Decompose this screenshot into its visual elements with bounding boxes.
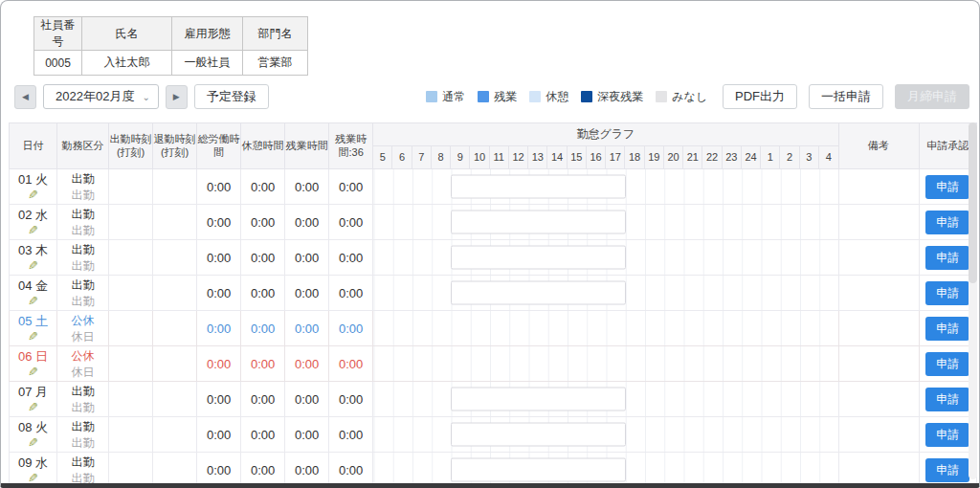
break-hours-cell: 0:00	[241, 382, 285, 417]
remarks-cell	[838, 453, 919, 484]
deemed-swatch-icon	[656, 91, 667, 102]
attendance-graph-header: 勤怠グラフ	[373, 123, 838, 146]
total-hours-cell: 0:00	[197, 169, 241, 205]
normal-swatch-icon	[426, 91, 437, 102]
table-row: 01 火 ✎ 出勤 出勤 0:00 0:00 0:00 0:00 申請	[10, 169, 977, 205]
edit-pencil-icon[interactable]: ✎	[28, 295, 38, 308]
attendance-graph-cell	[373, 453, 838, 484]
clock-in-cell	[109, 382, 153, 417]
monthly-close-button[interactable]: 月締申請	[895, 84, 969, 109]
month-selector[interactable]: 2022年02月度 ⌄	[43, 84, 159, 109]
clock-out-cell	[153, 205, 197, 240]
work-subtype-label: 出勤	[57, 471, 108, 483]
edit-pencil-icon[interactable]: ✎	[28, 189, 38, 202]
scrollbar-thumb[interactable]	[969, 122, 977, 283]
apply-button[interactable]: 申請	[925, 458, 969, 482]
work-type-cell: 出勤 出勤	[57, 382, 109, 417]
graph-hour-label: 1	[761, 146, 780, 169]
left-arrow-icon: ◀	[22, 92, 29, 101]
date-weekday: 木	[35, 243, 48, 257]
apply-button[interactable]: 申請	[925, 317, 969, 341]
graph-hour-label: 8	[431, 146, 450, 169]
overtime36-cell: 0:00	[329, 276, 373, 311]
overtime-cell: 0:00	[285, 346, 329, 382]
apply-button[interactable]: 申請	[925, 388, 969, 411]
graph-hour-label: 17	[606, 146, 625, 169]
legend: 通常残業休憩深夜残業みなし	[426, 89, 707, 105]
total-hours-cell: 0:00	[197, 346, 241, 382]
date-weekday: 月	[35, 385, 48, 399]
schedule-register-button[interactable]: 予定登録	[194, 84, 269, 109]
clock-in-cell	[109, 346, 153, 382]
planned-time-box[interactable]	[451, 246, 626, 270]
date-cell: 01 火 ✎	[10, 169, 57, 205]
edit-pencil-icon[interactable]: ✎	[28, 436, 38, 450]
scrollbar[interactable]	[969, 122, 977, 479]
break-hours-cell: 0:00	[241, 346, 285, 382]
bulk-apply-button[interactable]: 一括申請	[809, 84, 883, 109]
total-hours-cell: 0:00	[197, 276, 241, 311]
work-type-label: 出勤	[57, 169, 108, 188]
toolbar: ◀ 2022年02月度 ⌄ ▶ 予定登録 通常残業休憩深夜残業みなし PDF出力…	[14, 83, 969, 110]
planned-time-box[interactable]	[451, 175, 626, 199]
clock-out-cell	[153, 311, 197, 346]
break-hours-cell: 0:00	[241, 417, 285, 453]
pdf-export-button[interactable]: PDF出力	[723, 84, 797, 109]
apply-button[interactable]: 申請	[925, 281, 969, 305]
work-type-column-header: 勤務区分	[57, 123, 109, 169]
work-type-label: 出勤	[57, 382, 108, 400]
overtime36-cell: 0:00	[329, 240, 373, 276]
edit-pencil-icon[interactable]: ✎	[28, 224, 38, 237]
break-swatch-icon	[529, 91, 541, 102]
apply-button[interactable]: 申請	[925, 175, 969, 199]
clock-in-cell	[109, 240, 153, 276]
total-hours-cell: 0:00	[197, 311, 241, 346]
work-subtype-label: 出勤	[57, 435, 108, 452]
remarks-cell	[838, 346, 919, 382]
break-hours-cell: 0:00	[241, 240, 285, 276]
chevron-down-icon: ⌄	[142, 92, 149, 102]
date-day: 08	[18, 420, 32, 434]
break-hours-column-header: 休憩時間	[241, 123, 285, 169]
next-month-button[interactable]: ▶	[166, 85, 188, 109]
date-day: 02	[18, 208, 32, 222]
apply-button[interactable]: 申請	[925, 423, 969, 447]
date-label: 01 火	[10, 170, 56, 188]
graph-hour-label: 3	[799, 146, 818, 169]
apply-button[interactable]: 申請	[925, 246, 969, 270]
planned-time-box[interactable]	[451, 281, 626, 305]
work-type-cell: 出勤 出勤	[57, 205, 109, 240]
apply-button[interactable]: 申請	[925, 352, 969, 376]
break-hours-cell: 0:00	[241, 453, 285, 484]
prev-month-button[interactable]: ◀	[14, 85, 36, 109]
planned-time-box[interactable]	[451, 423, 626, 447]
legend-item-deemed: みなし	[656, 89, 707, 105]
date-cell: 02 水 ✎	[10, 205, 57, 240]
apply-button[interactable]: 申請	[925, 211, 969, 234]
edit-pencil-icon[interactable]: ✎	[28, 472, 38, 483]
edit-pencil-icon[interactable]: ✎	[28, 330, 38, 344]
attendance-rows: 01 火 ✎ 出勤 出勤 0:00 0:00 0:00 0:00 申請 02 水…	[10, 169, 977, 484]
total-hours-cell: 0:00	[197, 453, 241, 484]
remarks-cell	[838, 276, 919, 311]
work-subtype-label: 休日	[57, 329, 108, 345]
planned-time-box[interactable]	[451, 211, 626, 234]
planned-time-box[interactable]	[451, 388, 626, 411]
clock-out-column-header: 退勤時刻(打刻)	[153, 123, 197, 169]
date-weekday: 火	[35, 172, 48, 187]
table-row: 04 金 ✎ 出勤 出勤 0:00 0:00 0:00 0:00 申請	[10, 276, 977, 311]
planned-time-box[interactable]	[451, 458, 626, 482]
overtime-cell: 0:00	[285, 311, 329, 346]
edit-pencil-icon[interactable]: ✎	[28, 401, 38, 414]
date-day: 07	[18, 385, 32, 399]
clock-out-cell	[153, 276, 197, 311]
clock-out-cell	[153, 169, 197, 205]
edit-pencil-icon[interactable]: ✎	[28, 366, 38, 379]
employment-type-value: 一般社員	[172, 51, 243, 76]
date-cell: 08 火 ✎	[10, 417, 57, 453]
edit-pencil-icon[interactable]: ✎	[28, 259, 38, 273]
break-hours-cell: 0:00	[241, 205, 285, 240]
work-type-label: 出勤	[57, 240, 108, 258]
overtime-column-header: 残業時間	[285, 123, 329, 169]
break-hours-cell: 0:00	[241, 311, 285, 346]
